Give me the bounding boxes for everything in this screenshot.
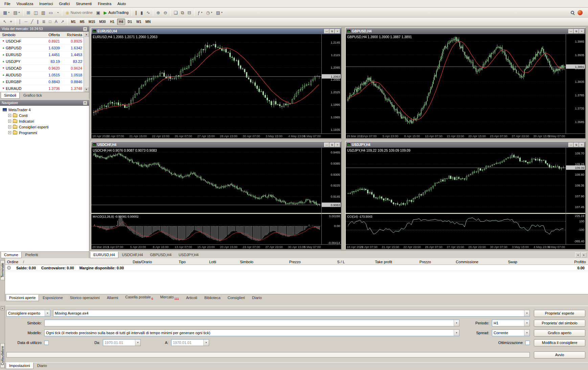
from-date-select[interactable]: 1970.01.01 ▼ — [103, 339, 141, 346]
channel-icon[interactable]: ∥ — [35, 18, 40, 25]
arrange-windows-icon[interactable]: ⊟ — [186, 9, 193, 16]
tester-tab-diario[interactable]: Diario — [34, 363, 50, 369]
use-date-checkbox[interactable] — [44, 341, 49, 345]
navigator-root[interactable]: MetaTrader 4 — [0, 107, 89, 113]
chart-canvas-gbpusd[interactable] — [346, 34, 585, 138]
scrollbar-track[interactable] — [84, 37, 89, 87]
periods-icon[interactable]: ◷▼ — [205, 9, 214, 16]
zoom-in-icon[interactable]: ⊕ — [155, 9, 161, 16]
timeframe-mn[interactable]: MN — [144, 19, 153, 25]
navigator-item-consiglieri-esperti[interactable]: +Consiglieri esperti — [0, 124, 89, 130]
market-watch-row-eurgbp[interactable]: ▲EURGBP0.88430.8846 — [0, 78, 89, 85]
fibonacci-icon[interactable]: ≣ — [41, 18, 47, 25]
symbol-select[interactable]: ▼ — [44, 320, 459, 326]
terminal-tab-diario[interactable]: Diario — [249, 295, 265, 301]
timeframe-m1[interactable]: M1 — [69, 19, 77, 25]
timeframe-m5[interactable]: M5 — [78, 19, 86, 25]
chevron-down-icon[interactable]: ▼ — [454, 320, 459, 326]
open-chart-button[interactable]: Grafico aperto — [534, 329, 585, 337]
market-watch-icon[interactable]: ⊞ — [25, 9, 32, 16]
templates-icon[interactable]: ▨▼ — [214, 9, 224, 16]
chevron-down-icon[interactable]: ▼ — [524, 310, 529, 316]
tester-tab-impostazioni[interactable]: Impostazioni — [6, 363, 33, 369]
community-profile-icon[interactable] — [578, 10, 583, 15]
chart-title-bar[interactable]: GBPUSD,H4—⧉× — [346, 28, 585, 34]
minimize-icon[interactable]: — — [568, 29, 573, 33]
chart-title-bar[interactable]: USDCHF,H4—⧉× — [91, 142, 341, 148]
crosshair-icon[interactable]: + — [8, 18, 14, 25]
trendline-icon[interactable]: ╱ — [29, 18, 35, 25]
close-icon[interactable]: × — [83, 101, 87, 105]
close-icon[interactable]: × — [579, 143, 584, 147]
chevron-down-icon[interactable]: ▼ — [524, 320, 529, 326]
market-watch-tab-grafico-tick[interactable]: Grafico tick — [20, 92, 45, 99]
market-watch-row-gbpusd[interactable]: ▲GBPUSD1.63391.6342 — [0, 45, 89, 51]
scroll-right-icon[interactable]: ► — [581, 252, 587, 257]
expand-icon[interactable]: + — [8, 120, 11, 123]
expand-icon[interactable]: + — [8, 125, 11, 128]
terminal-tab-biblioteca[interactable]: Biblioteca — [201, 295, 224, 301]
chevron-down-icon[interactable]: ▼ — [203, 340, 209, 346]
timeframe-h4[interactable]: H4 — [117, 19, 125, 25]
candlestick-chart-icon[interactable]: ▮ — [139, 9, 144, 16]
terminal-icon[interactable]: ▭ — [47, 9, 54, 16]
close-icon[interactable]: × — [335, 29, 340, 33]
restore-icon[interactable]: ⧉ — [330, 143, 335, 147]
chart-tab-gbpusd-h4[interactable]: GBPUSD,H4 — [146, 252, 175, 258]
period-select[interactable]: H1 ▼ — [492, 320, 530, 326]
scroll-up-icon[interactable]: ▲ — [84, 32, 89, 37]
market-watch-row-audusd[interactable]: ▲AUDUSD1.05151.0518 — [0, 72, 89, 78]
model-select[interactable]: Ogni tick (il metodo precissimo sulla ba… — [44, 329, 459, 336]
shapes-icon[interactable]: □ — [47, 18, 52, 25]
horizontal-line-icon[interactable]: ─ — [23, 18, 29, 25]
navigator-item-conti[interactable]: +Conti — [0, 113, 89, 118]
new-chart-icon[interactable]: ▦▼ — [2, 9, 11, 16]
chevron-down-icon[interactable]: ▼ — [454, 330, 459, 336]
tester-vertical-tab[interactable]: Collaudatore — [0, 343, 5, 368]
menu-item-aiuto[interactable]: Aiuto — [114, 0, 129, 7]
market-watch-scrollbar[interactable]: ▲ ▼ — [84, 32, 89, 92]
indicators-icon[interactable]: ƒ▼ — [196, 9, 204, 16]
spread-select[interactable]: Corrente ▼ — [492, 329, 530, 336]
modify-expert-button[interactable]: Modifica il consigliere — [534, 339, 585, 346]
market-watch-row-usdcad[interactable]: ▼USDCAD0.96200.9624 — [0, 65, 89, 72]
close-icon[interactable]: × — [83, 27, 87, 31]
timeframe-m30[interactable]: M30 — [97, 19, 107, 25]
chevron-down-icon[interactable]: ▼ — [135, 340, 140, 346]
menu-item-file[interactable]: File — [1, 0, 14, 7]
start-button[interactable]: Avvio — [534, 351, 585, 359]
chart-canvas-eurusd[interactable] — [91, 34, 341, 138]
restore-icon[interactable]: ⧉ — [574, 143, 579, 147]
navigator-icon[interactable]: ▥ — [40, 9, 47, 16]
scroll-left-icon[interactable]: ◄ — [575, 252, 581, 257]
tester-mode-select[interactable]: Consigliere esperto ▼ — [6, 310, 50, 317]
close-icon[interactable]: × — [335, 143, 340, 147]
scroll-down-icon[interactable]: ▼ — [84, 87, 89, 92]
close-icon[interactable]: × — [1, 306, 4, 310]
minimize-icon[interactable]: — — [568, 143, 573, 147]
chart-tab-usdchf-h4[interactable]: USDCHF,H4 — [119, 252, 146, 258]
tile-windows-icon[interactable]: ❏ — [172, 9, 179, 16]
chevron-down-icon[interactable]: ▼ — [524, 330, 529, 336]
close-icon[interactable]: × — [579, 29, 584, 33]
restore-icon[interactable]: ⧉ — [330, 29, 335, 33]
expand-icon[interactable]: + — [8, 131, 11, 134]
menu-item-strumenti[interactable]: Strumenti — [73, 0, 95, 7]
chart-tab-usdjpy-h4[interactable]: USDJPY,H4 — [175, 252, 202, 258]
terminal-tab-consiglieri[interactable]: Consiglieri — [224, 295, 248, 301]
terminal-tab-articoli[interactable]: Articoli — [183, 295, 201, 301]
expert-properties-button[interactable]: Proprieta' esperte — [534, 310, 585, 317]
market-watch-row-usdchf[interactable]: ▼USDCHF0.89210.8925 — [0, 38, 89, 45]
bar-chart-icon[interactable]: ∥ — [134, 9, 139, 16]
timeframe-w1[interactable]: W1 — [135, 19, 143, 25]
navigator-tab-comune[interactable]: Comune — [1, 252, 22, 258]
line-chart-icon[interactable]: ∿ — [145, 9, 151, 16]
chart-canvas-usdjpy[interactable] — [346, 148, 585, 249]
chart-tab-eurusd-h4[interactable]: EURUSD,H4 — [90, 252, 118, 258]
search-icon[interactable] — [571, 11, 574, 14]
zoom-out-icon[interactable]: ⊖ — [162, 9, 168, 16]
restore-icon[interactable]: ⧉ — [574, 29, 579, 33]
chevron-down-icon[interactable]: ▼ — [45, 310, 50, 316]
expert-advisors-icon[interactable]: ▣ — [95, 9, 101, 16]
arrows-icon[interactable]: ↗ — [60, 18, 66, 25]
